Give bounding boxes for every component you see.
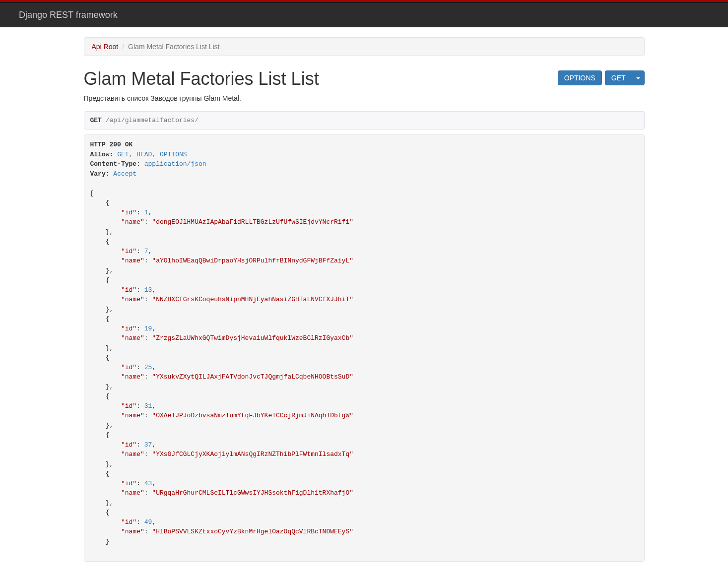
caret-down-icon — [636, 77, 640, 79]
request-method: GET — [90, 117, 102, 124]
page-title: Glam Metal Factories List List — [84, 68, 319, 89]
breadcrumb-item-root: Api Root — [92, 43, 119, 51]
navbar: Django REST framework — [0, 2, 728, 27]
page-header: Glam Metal Factories List List OPTIONS G… — [84, 68, 645, 89]
view-description: Представить список Заводов группы Glam M… — [84, 94, 645, 102]
response-panel: HTTP 200 OK Allow: GET, HEAD, OPTIONS Co… — [84, 134, 645, 562]
button-group: OPTIONS GET — [558, 70, 645, 85]
get-dropdown-toggle[interactable] — [632, 70, 645, 85]
request-info: GET /api/glammetalfactories/ — [84, 111, 645, 129]
breadcrumb-root-link[interactable]: Api Root — [92, 43, 119, 51]
get-button[interactable]: GET — [605, 70, 632, 85]
breadcrumb-item-current: Glam Metal Factories List List — [118, 43, 219, 51]
breadcrumb: Api Root Glam Metal Factories List List — [84, 37, 645, 56]
get-button-group: GET — [605, 70, 645, 85]
options-button[interactable]: OPTIONS — [558, 70, 602, 85]
request-path: /api/glammetalfactories/ — [106, 117, 199, 124]
navbar-brand-link[interactable]: Django REST framework — [19, 10, 118, 20]
